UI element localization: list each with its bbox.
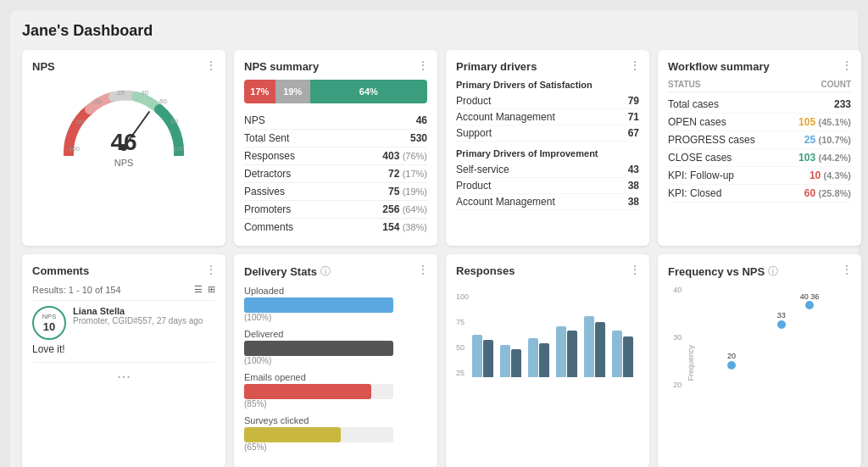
bar-group [500, 345, 521, 377]
results-text: Results: 1 - 10 of 154 [32, 285, 121, 295]
y-label: 25 [456, 369, 469, 377]
primary-drivers-card: Primary drivers ⋮ Primary Drivers of Sat… [446, 50, 649, 246]
bar-group [556, 326, 577, 377]
nps-bar: 17% 19% 64% [244, 80, 427, 103]
driver-row-product2: Product 38 [456, 178, 639, 194]
responses-card: Responses ⋮ 100 75 50 25 [446, 254, 649, 467]
freq-plot: 40 36 33 20 Frequency [685, 286, 851, 396]
workflow-card: Workflow summary ⋮ STATUS COUNT Total ca… [658, 50, 861, 246]
gauge-container: -100 -60 -20 25 40 60 80 100 46 [56, 80, 192, 156]
nps-bar-promoters: 64% [310, 80, 427, 103]
workflow-row-open: OPEN cases 105 (45.1%) [668, 114, 851, 131]
workflow-menu-icon[interactable]: ⋮ [841, 58, 853, 72]
grid-view-icon[interactable]: ⊞ [208, 284, 215, 295]
driver-label: Product [456, 95, 491, 107]
svg-text:-60: -60 [75, 118, 85, 125]
primary-drivers-menu-icon[interactable]: ⋮ [629, 58, 641, 72]
dashboard-title: Jane's Dashboard [22, 22, 846, 40]
driver-value: 38 [628, 196, 639, 208]
freq-y-label: 40 [668, 286, 682, 294]
summary-val: 530 [410, 132, 427, 144]
summary-row-resp: Responses 403 (76%) [244, 147, 427, 165]
svg-text:25: 25 [117, 89, 125, 97]
summary-label: Comments [244, 221, 293, 233]
comments-view-icons: ☰ ⊞ [194, 284, 215, 295]
comment-item: NPS 10 Liana Stella Promoter, CGID#557, … [32, 306, 215, 340]
responses-menu-icon[interactable]: ⋮ [629, 263, 641, 276]
workflow-title: Workflow summary [668, 60, 851, 73]
list-view-icon[interactable]: ☰ [194, 284, 203, 295]
bar-dark [511, 349, 521, 377]
summary-val: 256 (64%) [382, 203, 427, 215]
y-label: 100 [456, 292, 469, 301]
workflow-header: STATUS COUNT [668, 80, 851, 92]
workflow-label: OPEN cases [668, 116, 726, 128]
delivery-title: Delivery Stats [244, 265, 317, 278]
gauge-number: 46 [110, 129, 136, 156]
driver-row-product: Product 79 [456, 93, 639, 109]
comments-card: Comments ⋮ Results: 1 - 10 of 154 ☰ ⊞ NP… [22, 254, 225, 467]
gauge-value: 46 [110, 129, 136, 156]
svg-text:40: 40 [141, 89, 148, 97]
delivery-label: Uploaded [244, 286, 427, 296]
driver-label: Account Management [456, 196, 555, 208]
driver-label: Product [456, 180, 491, 192]
svg-text:100: 100 [173, 145, 185, 153]
driver-value: 79 [628, 95, 639, 107]
summary-val: 154 (38%) [382, 221, 427, 233]
bar-group [472, 335, 493, 377]
workflow-label: CLOSE cases [668, 152, 732, 164]
delivery-info-icon[interactable]: ⓘ [320, 264, 331, 279]
delivery-pct: (65%) [244, 442, 427, 452]
nps-summary-rows: NPS 46 Total Sent 530 Responses 403 (76%… [244, 112, 427, 236]
summary-row-com: Comments 154 (38%) [244, 219, 427, 236]
svg-text:80: 80 [170, 118, 178, 125]
dashboard: Jane's Dashboard NPS ⋮ [10, 10, 858, 467]
commenter-sub: Promoter, CGID#557, 27 days ago [73, 316, 203, 325]
workflow-col-count: COUNT [821, 80, 851, 89]
freq-yaxis-label: Frequency [687, 345, 696, 381]
delivery-row-surveys: Surveys clicked 13 (65%) [244, 415, 427, 452]
frequency-chart-area: 40 30 20 40 36 33 20 Frequency [668, 282, 851, 392]
delivery-bar-fill [244, 384, 371, 399]
workflow-label: Total cases [668, 98, 719, 110]
summary-val: 46 [416, 114, 427, 126]
delivery-bar-container: 20 [244, 297, 427, 313]
workflow-label: KPI: Follow-up [668, 170, 734, 181]
bar-light [556, 326, 566, 377]
commenter-name: Liana Stella [73, 306, 203, 316]
nps-card: NPS ⋮ [22, 50, 225, 246]
summary-label: Responses [244, 150, 295, 162]
nps-badge-label: NPS [42, 313, 56, 320]
frequency-card: Frequency vs NPS ⓘ ⋮ 40 30 20 40 36 33 [658, 254, 861, 467]
nps-summary-menu-icon[interactable]: ⋮ [417, 58, 429, 72]
workflow-label: KPI: Closed [668, 187, 721, 199]
freq-dot-label: 33 [777, 311, 786, 320]
summary-label: NPS [244, 114, 265, 126]
freq-dot [727, 361, 736, 370]
freq-y-label: 20 [668, 381, 682, 389]
delivery-label: Surveys clicked [244, 415, 427, 425]
nps-gauge: -100 -60 -20 25 40 60 80 100 46 NPS [32, 80, 215, 168]
comment-meta: Liana Stella Promoter, CGID#557, 27 days… [73, 306, 203, 325]
responses-yaxis: 100 75 50 25 [456, 284, 469, 377]
top-grid: NPS ⋮ [22, 50, 846, 246]
delivery-menu-icon[interactable]: ⋮ [417, 263, 429, 276]
driver-value: 71 [628, 111, 639, 123]
delivery-bar-wrap [244, 427, 393, 442]
nps-summary-card: NPS summary ⋮ 17% 19% 64% NPS 46 Total S… [234, 50, 437, 246]
delivery-label: Emails opened [244, 372, 427, 382]
driver-value: 43 [628, 164, 639, 175]
bar-group [528, 338, 549, 377]
nps-menu-icon[interactable]: ⋮ [205, 58, 217, 72]
nps-summary-title: NPS summary [244, 60, 427, 73]
svg-text:60: 60 [159, 97, 167, 105]
y-label: 75 [456, 318, 469, 326]
bar-dark [623, 336, 633, 377]
frequency-info-icon[interactable]: ⓘ [768, 264, 778, 279]
workflow-row-progress: PROGRESS cases 25 (10.7%) [668, 131, 851, 149]
comments-menu-icon[interactable]: ⋮ [205, 263, 217, 276]
delivery-pct: (85%) [244, 399, 427, 409]
frequency-menu-icon[interactable]: ⋮ [841, 263, 853, 276]
workflow-label: PROGRESS cases [668, 134, 755, 146]
